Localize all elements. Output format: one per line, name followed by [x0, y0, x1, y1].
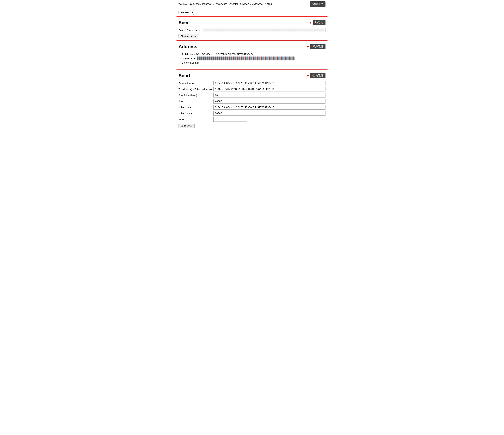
seed-badge: 助记词: [313, 20, 325, 25]
from-address-label: From address: [179, 82, 212, 85]
address-list: 1. Address:0x9ca53a80ebd1d28b78f43a50e74…: [179, 52, 325, 67]
seed-section-header: Seed 助记词: [179, 20, 325, 25]
top-bar: Txn hash: 0xc2c906fd6606388cda1918a0c590…: [177, 0, 327, 8]
token-data-input[interactable]: [213, 105, 325, 109]
network-bar: Ropsten Mainnet Kovan Rinkeby: [177, 8, 327, 17]
seed-input[interactable]: [202, 28, 325, 32]
show-address-button[interactable]: Show Address: [179, 34, 198, 38]
address-value: 0x9ca53a80ebd1d28b78f43a50e74e527284196a…: [196, 53, 252, 55]
token-value-label: Token value: [179, 112, 212, 115]
address-item: 1. Address:0x9ca53a80ebd1d28b78f43a50e74…: [182, 53, 325, 64]
address-badge: 账户信息: [310, 44, 325, 49]
to-address-input[interactable]: [213, 87, 325, 91]
seed-input-label: Enter 12-word seed: [179, 29, 200, 32]
address-title: Address: [179, 44, 197, 49]
seed-row: Enter 12-word seed: [179, 28, 325, 32]
txn-hash: Txn hash: 0xc2c906fd6606388cda1918a0c590…: [179, 3, 308, 6]
send-btn-row: Send Ether: [179, 124, 325, 128]
network-select[interactable]: Ropsten Mainnet Kovan Rinkeby: [179, 10, 194, 15]
gas-label: Gas: [179, 100, 212, 103]
balance-line: Balance:0ether: [182, 61, 325, 64]
send-red-dot: [307, 75, 309, 77]
address-red-dot: [307, 46, 309, 47]
tooltip-badge: 提示信息: [310, 1, 325, 7]
send-section-header: Send 交易信息: [179, 73, 325, 78]
gas-input[interactable]: [213, 99, 325, 104]
address-section-header: Address 账户信息: [179, 44, 325, 49]
address-badge-group: 账户信息: [307, 44, 325, 49]
token-value-input[interactable]: [213, 111, 325, 116]
send-title: Send: [179, 73, 190, 78]
seed-red-dot: [310, 22, 311, 24]
send-ether-button[interactable]: Send Ether: [179, 124, 195, 128]
balance-value: 0ether: [192, 61, 199, 64]
private-key-row: Private Key.: [182, 56, 325, 60]
seed-badge-group: 助记词: [310, 20, 325, 25]
ether-input[interactable]: [213, 117, 247, 122]
seed-section: Seed 助记词 Enter 12-word seed Show Address: [177, 17, 327, 41]
send-badge: 交易信息: [310, 73, 325, 78]
ether-label: Ether: [179, 118, 212, 121]
gas-price-label: Gas Price(Gwei): [179, 94, 212, 97]
address-label: Address:: [185, 53, 196, 55]
address-line: 1. Address:0x9ca53a80ebd1d28b78f43a50e74…: [182, 53, 325, 55]
send-form: From address To address(or Token address…: [179, 81, 325, 128]
private-key-label: Private Key.: [182, 57, 196, 60]
send-badge-group: 交易信息: [307, 73, 325, 78]
address-section: Address 账户信息 1. Address:0x9ca53a80ebd1d2…: [177, 41, 327, 70]
address-index: 1.: [182, 53, 185, 55]
balance-label: Balance:: [182, 61, 192, 64]
gas-price-input[interactable]: [213, 93, 325, 98]
private-key-value: [197, 56, 295, 60]
seed-title: Seed: [179, 20, 190, 25]
send-section: Send 交易信息 From address To address(or Tok…: [177, 70, 327, 130]
to-address-label: To address(or Token address): [179, 88, 212, 91]
token-data-label: Token data: [179, 106, 212, 109]
from-address-input[interactable]: [213, 81, 325, 85]
